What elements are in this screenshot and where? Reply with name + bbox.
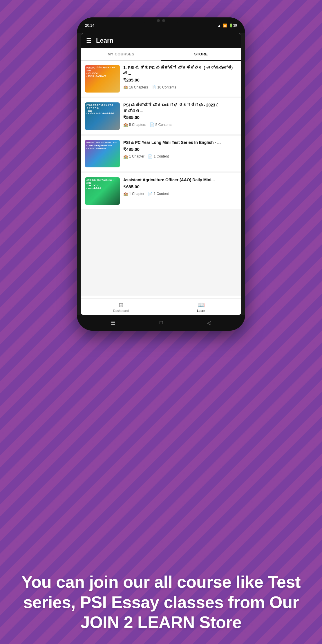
thumb-text-4: AAO Daily Mini Test Series - 2023• ಪ್ರತಿ… (85, 177, 120, 191)
bottom-nav: ⊞ Dashboard 📖 Learn (81, 299, 241, 315)
content-icon-4: 📄 (148, 192, 153, 196)
camera-dot (162, 19, 165, 22)
course-name-2: PSI ಪರೀಕ್ಷೆಗೆ ಪ್ರಬಂಧಗಳ ತರಗತಿಗಳು - 2023 (… (123, 102, 237, 114)
chapters-2: 🏫 5 Chapters (123, 122, 146, 127)
course-price-1: ₹285.00 (123, 77, 237, 83)
contents-3: 📄 1 Content (148, 154, 169, 159)
course-card-1[interactable]: PSI & PC ಮಿನಿ ಪರೀಕ್ಷಾ ಸರಣಿ - 2023• ಪ್ರತಿ… (81, 61, 241, 97)
dashboard-label: Dashboard (113, 309, 129, 312)
content-icon-3: 📄 (148, 154, 153, 159)
course-info-2: PSI ಪರೀಕ್ಷೆಗೆ ಪ್ರಬಂಧಗಳ ತರಗತಿಗಳು - 2023 (… (123, 102, 237, 127)
hamburger-icon[interactable]: ☰ (86, 38, 91, 44)
app-header: ☰ Learn (81, 33, 241, 48)
course-thumbnail-3: PSI & PC Mini Test Series - 2023• Learn … (85, 140, 120, 167)
course-meta-3: 🏫 1 Chapter 📄 1 Content (123, 154, 237, 159)
thumb-text-2: PSI ಪರೀಕ್ಷೆಗೆ ಪ್ರಬಂಧಗಳ ತರಗತಿಗಳು• 2023• ಕ… (85, 102, 120, 117)
status-time: 20:14 (85, 23, 95, 28)
phone-device: 20:14 ▲ 📶 🔋39 ☰ Learn MY COURSES (77, 17, 245, 331)
chapter-icon-4: 🏫 (123, 192, 128, 196)
camera-notch (144, 17, 178, 24)
course-info-4: Assistant Agriculture Officer (AAO) Dail… (123, 177, 237, 196)
android-home-icon[interactable]: □ (160, 320, 163, 326)
android-nav-bar: ☰ □ ◁ (77, 315, 245, 331)
course-info-3: PSI & PC Year Long Mini Test Series In E… (123, 140, 237, 159)
course-thumbnail-2: PSI ಪರೀಕ್ಷೆಗೆ ಪ್ರಬಂಧಗಳ ತರಗತಿಗಳು• 2023• ಕ… (85, 102, 120, 130)
course-price-3: ₹485.00 (123, 147, 237, 152)
chapter-icon-1: 🏫 (123, 85, 128, 89)
thumb-text-1: PSI & PC ಮಿನಿ ಪರೀಕ್ಷಾ ಸರಣಿ - 2023• ಪ್ರತಿ… (85, 65, 120, 79)
app-screen: ☰ Learn MY COURSES STORE PSI & PC ಮಿನಿ ಪ… (81, 33, 241, 315)
nav-learn[interactable]: 📖 Learn (161, 301, 241, 312)
course-info-1: 1. PSI ಮತ್ತು PC ಪರೀಕ್ಷೆಗಿ ಪ್ರತಿದಿನದ ( ವರ… (123, 65, 237, 89)
course-card-4[interactable]: AAO Daily Mini Test Series - 2023• ಪ್ರತಿ… (81, 173, 241, 209)
chapters-3: 🏫 1 Chapter (123, 154, 144, 159)
course-name-3: PSI & PC Year Long Mini Test Series In E… (123, 140, 237, 146)
content-icon-1: 📄 (151, 85, 156, 89)
course-thumbnail-1: PSI & PC ಮಿನಿ ಪರೀಕ್ಷಾ ಸರಣಿ - 2023• ಪ್ರತಿ… (85, 65, 120, 93)
course-card-2[interactable]: PSI ಪರೀಕ್ಷೆಗೆ ಪ್ರಬಂಧಗಳ ತರಗತಿಗಳು• 2023• ಕ… (81, 98, 241, 134)
nav-dashboard[interactable]: ⊞ Dashboard (81, 301, 161, 312)
chapters-4: 🏫 1 Chapter (123, 192, 144, 196)
course-card-3[interactable]: PSI & PC Mini Test Series - 2023• Learn … (81, 136, 241, 171)
chapters-1: 🏫 16 Chapters (123, 85, 148, 89)
content-icon-2: 📄 (150, 122, 154, 127)
course-thumbnail-4: AAO Daily Mini Test Series - 2023• ಪ್ರತಿ… (85, 177, 120, 205)
status-bar: 20:14 ▲ 📶 🔋39 (77, 17, 245, 33)
tab-store[interactable]: STORE (161, 48, 241, 60)
tab-my-courses[interactable]: MY COURSES (81, 48, 161, 60)
chapter-icon-3: 🏫 (123, 154, 128, 159)
course-meta-1: 🏫 16 Chapters 📄 16 Contents (123, 85, 237, 89)
course-list: PSI & PC ಮಿನಿ ಪರೀಕ್ಷಾ ಸರಣಿ - 2023• ಪ್ರತಿ… (81, 61, 241, 296)
course-meta-4: 🏫 1 Chapter 📄 1 Content (123, 192, 237, 196)
course-price-2: ₹585.00 (123, 115, 237, 120)
app-title: Learn (96, 37, 113, 44)
tabs-bar: MY COURSES STORE (81, 48, 241, 61)
learn-icon: 📖 (198, 301, 205, 308)
promo-text: You can join our all course like Test se… (17, 572, 305, 632)
dashboard-icon: ⊞ (119, 301, 124, 308)
wifi-icon: ▲ (218, 23, 221, 28)
course-price-4: ₹685.00 (123, 184, 237, 189)
status-icons: ▲ 📶 🔋39 (218, 23, 237, 28)
battery-icon: 🔋39 (229, 23, 237, 28)
signal-icon: 📶 (223, 23, 227, 28)
course-name-4: Assistant Agriculture Officer (AAO) Dail… (123, 177, 237, 183)
course-name-1: 1. PSI ಮತ್ತು PC ಪರೀಕ್ಷೆಗಿ ಪ್ರತಿದಿನದ ( ವರ… (123, 65, 237, 76)
chapter-icon-2: 🏫 (123, 122, 128, 127)
contents-2: 📄 5 Contents (150, 122, 172, 127)
android-menu-icon[interactable]: ☰ (111, 320, 115, 326)
contents-4: 📄 1 Content (148, 192, 169, 196)
course-meta-2: 🏫 5 Chapters 📄 5 Contents (123, 122, 237, 127)
learn-label: Learn (197, 309, 205, 312)
phone-body: 20:14 ▲ 📶 🔋39 ☰ Learn MY COURSES (77, 17, 245, 331)
contents-1: 📄 16 Contents (151, 85, 176, 89)
android-back-icon[interactable]: ◁ (207, 320, 211, 326)
thumb-text-3: PSI & PC Mini Test Series - 2023• Learn … (85, 140, 120, 151)
promo-section: You can join our all course like Test se… (0, 572, 322, 632)
speaker-dot (157, 19, 160, 22)
